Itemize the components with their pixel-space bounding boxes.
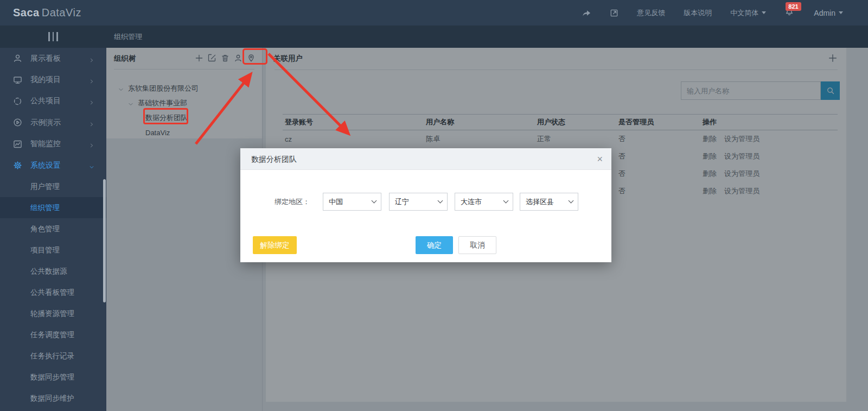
annotation-box-tree-node [143,108,188,124]
unbind-button[interactable]: 解除绑定 [253,236,297,254]
city-select: 大连市 [455,193,513,211]
language-dropdown[interactable]: 中文简体 [730,8,766,18]
country-select: 中国 [323,193,381,211]
chevron-down-icon [839,11,843,14]
topnav-actions: 意见反馈 版本说明 中文简体 821 Admin [582,7,843,20]
chevron-right-icon [89,77,94,83]
sidebar-subitem-轮播资源管理[interactable]: 轮播资源管理 [0,303,106,324]
chevron-down-icon [89,163,94,168]
dashboard-user-icon [13,54,22,63]
app-logo: SacaDataViz [13,7,81,19]
chevron-right-icon [89,56,94,61]
breadcrumb: 组织管理 [114,26,142,48]
breadcrumb-bar: 组织管理 [0,26,868,48]
feedback-link[interactable]: 意见反馈 [637,8,665,18]
district-select[interactable]: 选择区县 [520,193,578,211]
country-select[interactable]: 中国 [323,193,381,211]
monitor-icon [13,75,22,85]
gear-icon [13,161,22,170]
sidebar-item-示例演示[interactable]: 示例演示 [0,112,106,133]
sidebar: 展示看板 我的项目 公共项目 示例演示 智能监控 系统设置 用户管理组织管理角色… [0,48,106,411]
district-select: 选择区县 [520,193,578,211]
chevron-down-icon [762,11,766,14]
dialog-header: 数据分析团队 × [240,148,611,170]
sidebar-subitem-用户管理[interactable]: 用户管理 [0,176,106,197]
bell-icon [784,10,794,18]
chevron-right-icon [89,141,94,147]
play-circle-icon [13,118,22,127]
sidebar-subitem-任务执行记录[interactable]: 任务执行记录 [0,345,106,366]
close-icon[interactable]: × [597,153,603,166]
notifications-button[interactable]: 821 [784,7,795,20]
cancel-button[interactable]: 取消 [458,236,496,254]
release-notes-link[interactable]: 版本说明 [684,8,712,18]
logo-secondary: DataViz [42,7,81,18]
sidebar-item-展示看板[interactable]: 展示看板 [0,48,106,69]
share-icon[interactable] [582,9,591,17]
chart-icon [13,140,22,149]
province-select: 辽宁 [389,193,448,211]
sidebar-subitem-公共看板管理[interactable]: 公共看板管理 [0,282,106,303]
province-select[interactable]: 辽宁 [389,193,448,211]
top-navbar: SacaDataViz 意见反馈 版本说明 中文简体 821 Admin [0,0,868,26]
user-menu[interactable]: Admin [814,9,843,17]
sidebar-item-智能监控[interactable]: 智能监控 [0,134,106,155]
language-label: 中文简体 [730,8,758,18]
sidebar-subitem-组织管理[interactable]: 组织管理 [0,197,106,218]
sidebar-subitem-数据同步管理[interactable]: 数据同步管理 [0,366,106,388]
circle-dashed-icon [13,97,22,106]
ok-button[interactable]: 确定 [416,236,453,254]
sidebar-item-公共项目[interactable]: 公共项目 [0,91,106,112]
sidebar-collapse-icon[interactable] [48,32,58,41]
region-field-label: 绑定地区： [275,193,310,211]
sidebar-subitem-公共数据源[interactable]: 公共数据源 [0,261,106,282]
external-link-icon[interactable] [610,9,618,17]
sidebar-item-系统设置[interactable]: 系统设置 [0,155,106,176]
logo-primary: Saca [13,7,40,18]
chevron-right-icon [89,120,94,125]
sidebar-scrollbar[interactable] [103,179,106,302]
notification-badge: 821 [786,2,801,11]
sidebar-subitem-数据同步维护[interactable]: 数据同步维护 [0,388,106,409]
app-window: SacaDataViz 意见反馈 版本说明 中文简体 821 Admin 组织管… [0,0,868,411]
bind-region-dialog: 数据分析团队 × 绑定地区： 中国 辽宁 大连市 选择区县 解除绑定 确定 取消 [240,148,611,262]
sidebar-item-我的项目[interactable]: 我的项目 [0,69,106,90]
city-select[interactable]: 大连市 [455,193,513,211]
annotation-box-location-tool [242,48,267,65]
sidebar-subitem-任务调度管理[interactable]: 任务调度管理 [0,324,106,345]
sidebar-subitem-项目管理[interactable]: 项目管理 [0,239,106,261]
chevron-right-icon [89,98,94,104]
sidebar-subitem-角色管理[interactable]: 角色管理 [0,218,106,239]
dialog-title: 数据分析团队 [251,148,297,170]
username-label: Admin [814,9,835,17]
